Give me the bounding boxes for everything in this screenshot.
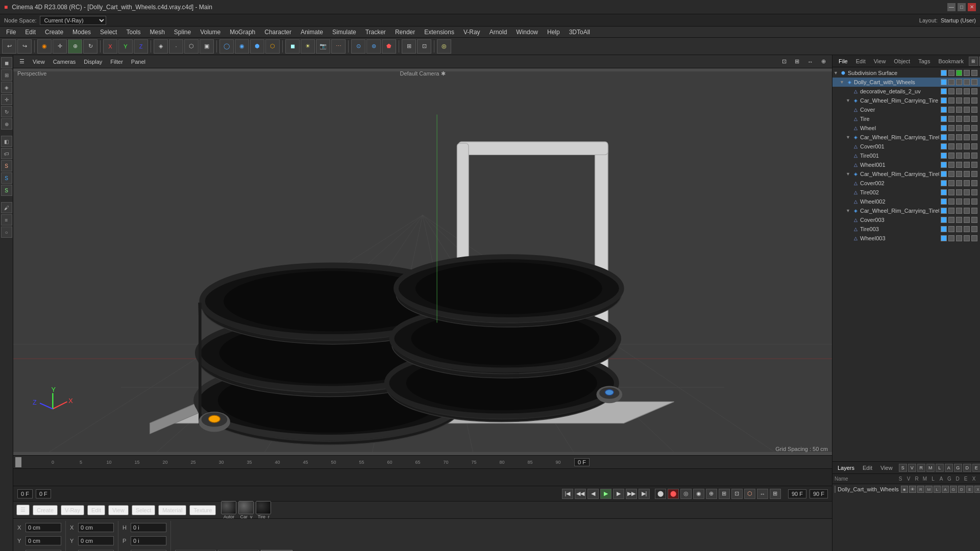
layer-s-icon[interactable]: ■	[901, 486, 908, 493]
toolbar-python-1[interactable]: ⬡	[265, 39, 280, 54]
btn-mode4[interactable]: ⊞	[719, 489, 730, 499]
tree-wheel001[interactable]: △ Wheel001	[832, 160, 980, 169]
vp-icon-2[interactable]: ⊞	[792, 57, 802, 66]
viewport[interactable]: Perspective Default Camera ✱ Grid Spacin…	[13, 68, 832, 455]
vp-icon-1[interactable]: ⊡	[779, 57, 790, 66]
tree-cover001[interactable]: △ Cover001	[832, 142, 980, 151]
btn-mode2[interactable]: ◉	[693, 489, 704, 499]
mat-select[interactable]: Select	[132, 505, 156, 515]
position-y[interactable]	[26, 536, 61, 545]
btn-play[interactable]: ▶	[600, 489, 611, 499]
menu-vray[interactable]: V-Ray	[459, 28, 484, 37]
tree-decorative[interactable]: ▷ △ decorative_details_2_uv	[832, 87, 980, 96]
toolbar-points[interactable]: ·	[169, 39, 183, 54]
tree-tire001[interactable]: △ Tire001	[832, 151, 980, 160]
mat-menu[interactable]: ☰	[16, 505, 30, 515]
layer-a-icon[interactable]: A	[942, 486, 949, 493]
toolbar-grid[interactable]: ⊞	[402, 39, 416, 54]
menu-volume[interactable]: Volume	[196, 28, 225, 37]
menu-tracker[interactable]: Tracker	[361, 28, 390, 37]
toolbar-vray-1[interactable]: ◯	[219, 39, 234, 54]
tree-cover002[interactable]: △ Cover002	[832, 179, 980, 188]
tree-wheel-group-3[interactable]: ▼ ◈ Car_Wheel_Rim_Carrying_Tire002	[832, 169, 980, 179]
menu-help[interactable]: Help	[543, 28, 564, 37]
hier-tab-bookmark[interactable]: Bookmark	[935, 57, 967, 65]
layer-d-icon[interactable]: D	[958, 486, 965, 493]
menu-spline[interactable]: Spline	[170, 28, 195, 37]
tree-tire002[interactable]: △ Tire002	[832, 188, 980, 197]
vp-icon-4[interactable]: ⊕	[818, 57, 829, 66]
material-swatch-1[interactable]: Autor	[221, 501, 236, 519]
material-swatch-2[interactable]: Car_v	[238, 501, 254, 519]
tree-dolly-cart[interactable]: ▼ ◈ Dolly_Cart_with_Wheels	[832, 78, 980, 87]
btn-go-end[interactable]: ▶|	[639, 489, 650, 499]
btn-next-key[interactable]: ▶▶	[626, 489, 637, 499]
layers-icon-6[interactable]: A	[945, 464, 953, 472]
btn-mode3[interactable]: ⊕	[706, 489, 717, 499]
hier-tab-file[interactable]: File	[836, 57, 851, 65]
vp-view-btn[interactable]: View	[30, 58, 48, 66]
tree-cover003[interactable]: △ Cover003	[832, 215, 980, 224]
left-icon-move[interactable]: ✛	[1, 94, 12, 105]
layer-g-icon[interactable]: G	[950, 486, 957, 493]
toolbar-light[interactable]: ☀	[301, 39, 315, 54]
btn-go-start[interactable]: |◀	[562, 489, 573, 499]
toolbar-render-3[interactable]: ⬟	[382, 39, 396, 54]
left-icon-3d[interactable]: ◈	[1, 82, 12, 93]
current-frame-input[interactable]: 0 F	[36, 489, 51, 498]
layers-icon-8[interactable]: D	[963, 464, 971, 472]
toolbar-redo[interactable]: ↪	[17, 39, 32, 54]
mat-texture[interactable]: Texture	[189, 505, 216, 515]
btn-mode1[interactable]: ◎	[680, 489, 692, 499]
toolbar-cube[interactable]: ◼	[285, 39, 300, 54]
left-icon-scale[interactable]: ⊕	[1, 118, 12, 130]
rotation-p[interactable]	[131, 536, 166, 545]
layers-icon-1[interactable]: S	[899, 464, 907, 472]
position-x[interactable]	[26, 523, 61, 532]
layer-r-icon[interactable]: R	[917, 486, 924, 493]
minimize-button[interactable]: —	[947, 3, 955, 11]
start-frame-input[interactable]: 0 F	[17, 489, 33, 498]
left-icon-stack[interactable]: ≡	[1, 214, 12, 226]
mat-vray[interactable]: V-Ray	[61, 505, 84, 515]
btn-prev-frame[interactable]: ◀	[587, 489, 599, 499]
mat-material[interactable]: Material	[158, 505, 186, 515]
maximize-button[interactable]: □	[958, 3, 966, 11]
btn-mode6[interactable]: ⬡	[744, 489, 755, 499]
toolbar-live-select[interactable]: ◉	[37, 39, 52, 54]
mat-view[interactable]: View	[108, 505, 129, 515]
menu-file[interactable]: File	[2, 28, 20, 37]
layers-tab-view[interactable]: View	[878, 464, 895, 472]
layers-tab-layers[interactable]: Layers	[836, 464, 856, 472]
btn-record-auto[interactable]: ⬤	[655, 489, 666, 499]
close-button[interactable]: ✕	[968, 3, 976, 11]
layer-row-1[interactable]: Dolly_Cart_with_Wheels ■ 👁 R M L A G D E…	[832, 484, 980, 494]
toolbar-edges[interactable]: ⬡	[184, 39, 199, 54]
tree-wheel[interactable]: △ Wheel	[832, 123, 980, 133]
hier-tab-edit[interactable]: Edit	[853, 57, 869, 65]
toolbar-y-axis[interactable]: Y	[118, 39, 133, 54]
btn-mode7[interactable]: ↔	[757, 489, 768, 499]
menu-edit[interactable]: Edit	[21, 28, 40, 37]
menu-render[interactable]: Render	[391, 28, 419, 37]
left-icon-s2[interactable]: S	[1, 172, 12, 184]
menu-tools[interactable]: Tools	[122, 28, 144, 37]
left-icon-brush[interactable]: 🖌	[1, 202, 12, 213]
tree-wheel-group-4[interactable]: ▼ ◈ Car_Wheel_Rim_Carrying_Tire003	[832, 206, 980, 215]
menu-create[interactable]: Create	[41, 28, 67, 37]
toolbar-vray-2[interactable]: ◉	[235, 39, 249, 54]
left-icon-s3[interactable]: S	[1, 185, 12, 196]
left-icon-tag[interactable]: 🏷	[1, 148, 12, 159]
layers-icon-3[interactable]: R	[917, 464, 925, 472]
toolbar-undo[interactable]: ↩	[2, 39, 16, 54]
node-space-dropdown[interactable]: Current (V-Ray)	[40, 16, 106, 25]
vp-filter-btn[interactable]: Filter	[107, 58, 126, 66]
left-icon-circle[interactable]: ○	[1, 227, 12, 238]
tree-wheel-group-2[interactable]: ▼ ◈ Car_Wheel_Rim_Carrying_Tire001	[832, 133, 980, 142]
btn-next-frame[interactable]: ▶	[613, 489, 624, 499]
hier-icon-1[interactable]: ⊞	[969, 57, 978, 66]
layer-m-icon[interactable]: M	[925, 486, 933, 493]
menu-simulate[interactable]: Simulate	[328, 28, 360, 37]
left-icon-model[interactable]: ◼	[1, 57, 12, 68]
toolbar-render-2[interactable]: ⊚	[366, 39, 381, 54]
